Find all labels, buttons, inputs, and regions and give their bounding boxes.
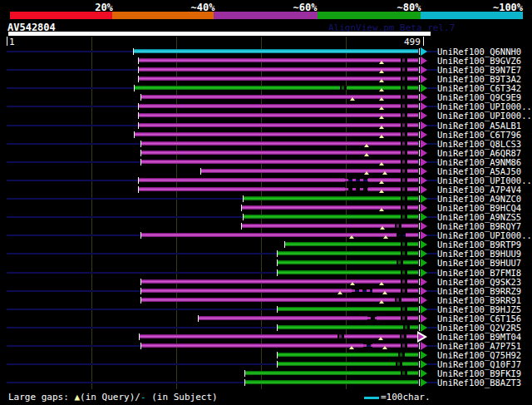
- hit-arrowhead-icon[interactable]: [421, 249, 427, 258]
- hit-bar[interactable]: [372, 343, 418, 348]
- hit-arrowhead-icon[interactable]: [421, 84, 427, 92]
- hit-bar[interactable]: [141, 141, 418, 146]
- hit-bar[interactable]: [245, 371, 418, 375]
- hit-arrowhead-icon[interactable]: [421, 240, 427, 249]
- hit-bar[interactable]: [141, 289, 352, 293]
- bar-end-tick: [419, 122, 420, 129]
- hit-arrowhead-icon[interactable]: [421, 231, 427, 240]
- bar-end-tick: [419, 241, 420, 248]
- hit-bar[interactable]: [139, 123, 418, 127]
- alignment-row: UniRef100_B9HUU7: [0, 259, 532, 268]
- hit-arrowhead-icon[interactable]: [421, 378, 427, 387]
- bar-end-tick: [419, 48, 420, 55]
- query-gap-triangle-icon: [379, 88, 384, 91]
- hit-bar[interactable]: [244, 196, 418, 200]
- hit-bar[interactable]: [139, 113, 418, 117]
- hit-arrowhead-icon[interactable]: [421, 287, 427, 295]
- query-gap-triangle-icon: [382, 171, 387, 175]
- subject-gap-mark: [401, 104, 407, 108]
- hit-arrowhead-icon[interactable]: [421, 213, 427, 221]
- hit-arrowhead-icon[interactable]: [421, 351, 427, 359]
- hit-arrowhead-icon[interactable]: [421, 140, 427, 148]
- hit-bar[interactable]: [141, 279, 418, 284]
- hit-bar[interactable]: [372, 289, 418, 293]
- hit-bar[interactable]: [278, 270, 418, 274]
- subject-gap-mark: [401, 307, 407, 311]
- bar-start-tick: [140, 288, 141, 294]
- hit-arrowhead-icon[interactable]: [421, 369, 427, 378]
- subject-gap-mark: [397, 233, 403, 237]
- hit-bar[interactable]: [245, 380, 418, 384]
- hit-arrowhead-icon[interactable]: [421, 66, 427, 74]
- query-gap-triangle-icon: [382, 346, 387, 349]
- subject-gap-mark: [400, 334, 406, 338]
- hit-bar[interactable]: [278, 251, 418, 255]
- hit-arrowhead-icon[interactable]: [421, 222, 427, 230]
- hit-arrowhead-icon[interactable]: [421, 102, 427, 111]
- hit-label[interactable]: UniRef100_UPI000..: [437, 111, 532, 121]
- hit-arrowhead-icon[interactable]: [421, 305, 427, 314]
- hit-bar[interactable]: [377, 316, 418, 320]
- hit-bar[interactable]: [139, 187, 345, 191]
- bar-end-tick: [419, 361, 420, 368]
- hit-arrowhead-icon[interactable]: [421, 360, 427, 368]
- hit-bar[interactable]: [139, 67, 418, 72]
- hit-bar[interactable]: [278, 307, 418, 311]
- hit-bar[interactable]: [141, 298, 418, 302]
- hit-bar[interactable]: [285, 242, 418, 246]
- hit-arrowhead-icon[interactable]: [421, 195, 427, 203]
- hit-bar[interactable]: [134, 49, 418, 53]
- hit-bar[interactable]: [199, 316, 367, 320]
- subject-gap-mark: [401, 86, 407, 90]
- hit-arrowhead-icon[interactable]: [421, 185, 427, 194]
- bar-end-tick: [419, 85, 420, 91]
- hit-arrowhead-icon[interactable]: [421, 57, 427, 65]
- hit-bar[interactable]: [242, 205, 418, 210]
- bar-start-tick: [140, 343, 141, 349]
- hit-arrowhead-icon[interactable]: [421, 131, 427, 139]
- hit-bar[interactable]: [242, 224, 418, 228]
- hit-bar[interactable]: [278, 325, 418, 329]
- hit-bar[interactable]: [141, 95, 418, 99]
- hit-bar[interactable]: [368, 178, 418, 182]
- hit-arrowhead-icon[interactable]: [421, 269, 427, 277]
- hit-arrowhead-icon[interactable]: [421, 342, 427, 350]
- hit-arrowhead-icon[interactable]: [421, 158, 427, 166]
- hit-bar[interactable]: [141, 151, 418, 155]
- hit-arrowhead-icon[interactable]: [421, 167, 427, 175]
- hit-arrowhead-icon[interactable]: [421, 111, 427, 120]
- hit-bar[interactable]: [135, 132, 418, 136]
- hit-arrowhead-icon[interactable]: [421, 47, 427, 56]
- hit-arrowhead-icon[interactable]: [421, 121, 427, 130]
- hit-bar[interactable]: [139, 178, 345, 182]
- subject-gap-mark: [401, 169, 407, 173]
- hit-bar[interactable]: [244, 215, 418, 219]
- hit-arrowhead-icon[interactable]: [421, 296, 427, 304]
- hit-arrowhead-icon[interactable]: [421, 204, 427, 212]
- hit-bar[interactable]: [278, 353, 418, 357]
- hit-label[interactable]: UniRef100_B8AZT3: [437, 378, 521, 388]
- hit-arrowhead-icon[interactable]: [421, 93, 427, 101]
- bar-end-tick: [419, 57, 420, 64]
- hit-bar[interactable]: [135, 86, 418, 90]
- hit-arrowhead-icon[interactable]: [421, 75, 427, 83]
- hit-bar[interactable]: [368, 187, 418, 191]
- bar-start-tick: [134, 85, 135, 91]
- hit-arrowhead-icon[interactable]: [421, 149, 427, 157]
- hit-arrowhead-icon[interactable]: [421, 176, 427, 185]
- hit-arrowhead-icon[interactable]: [421, 278, 427, 286]
- hit-bar[interactable]: [141, 343, 363, 348]
- hit-arrowhead-icon[interactable]: [421, 259, 427, 267]
- query-gap-triangle-icon: [379, 61, 384, 64]
- hit-label[interactable]: UniRef100_B9HUU7: [437, 259, 521, 268]
- hit-bar[interactable]: [141, 233, 398, 237]
- bar-end-tick: [419, 324, 420, 331]
- hit-bar[interactable]: [139, 104, 418, 108]
- hit-bar[interactable]: [139, 77, 418, 81]
- large-gaps-legend: Large gaps: ▲(in Query)/- (in Subject): [8, 391, 218, 404]
- hit-bar[interactable]: [406, 233, 418, 237]
- hit-arrowhead-icon[interactable]: [421, 314, 427, 323]
- query-gap-triangle-icon: [379, 70, 384, 73]
- hit-bar[interactable]: [141, 160, 418, 164]
- hit-bar[interactable]: [139, 58, 418, 62]
